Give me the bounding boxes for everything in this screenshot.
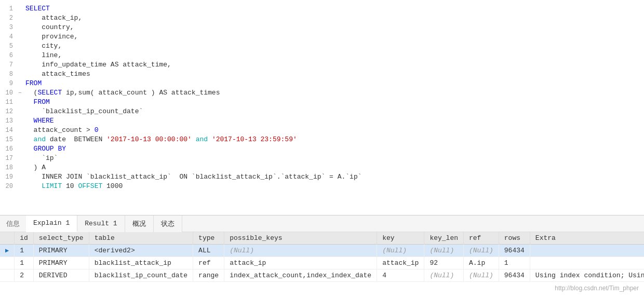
line-number: 13 (0, 116, 18, 126)
cell-possible_keys: index_attack_count,index_index_date (224, 269, 377, 282)
cell-type: ref (193, 257, 224, 269)
column-header: key_len (424, 232, 464, 245)
line-content: `blacklist_ip_count_date` (25, 107, 644, 116)
line-number: 2 (0, 14, 18, 23)
line-number: 14 (0, 126, 18, 135)
column-header (0, 232, 15, 245)
code-line: 19 INNER JOIN `blacklist_attack_ip` ON `… (0, 172, 644, 182)
column-header: select_type (33, 232, 89, 245)
column-header: rows (499, 232, 530, 245)
cell-indicator: ▶ (0, 245, 15, 257)
cell-select_type: DERIVED (33, 269, 89, 282)
line-number: 1 (0, 4, 18, 14)
cell-ref: (Null) (464, 245, 499, 257)
line-content: GROUP BY (25, 144, 644, 154)
table-row[interactable]: ▶1PRIMARY<derived2>ALL(Null)(Null)(Null)… (0, 245, 644, 257)
line-number: 7 (0, 60, 18, 70)
cell-table: blacklist_attack_ip (89, 257, 193, 269)
cell-extra (530, 257, 644, 269)
results-table-container: idselect_typetabletypepossible_keyskeyke… (0, 232, 644, 297)
line-number: 10 (0, 88, 18, 98)
code-line: 4 province, (0, 32, 644, 42)
column-header: id (15, 232, 34, 245)
line-content: province, (25, 32, 644, 42)
cell-table: blacklist_ip_count_date (89, 269, 193, 282)
cell-type: ALL (193, 245, 224, 257)
code-line: 8 attack_times (0, 70, 644, 79)
line-content: attack_times (25, 70, 644, 79)
line-content: info_update_time AS attack_time, (25, 60, 644, 70)
cell-select_type: PRIMARY (33, 257, 89, 269)
line-content: FROM (25, 98, 644, 107)
code-line: 13 WHERE (0, 116, 644, 126)
line-number: 11 (0, 98, 18, 107)
table-row[interactable]: 1PRIMARYblacklist_attack_iprefattack_ipa… (0, 257, 644, 269)
cell-indicator (0, 269, 15, 282)
line-content: WHERE (25, 116, 644, 126)
cell-ref: (Null) (464, 269, 499, 282)
watermark: http://blog.csdn.net/Tim_phper (555, 285, 639, 292)
tab-explain-1[interactable]: Explain 1 (26, 215, 77, 232)
column-header: type (193, 232, 224, 245)
tab-概况[interactable]: 概况 (125, 215, 154, 232)
line-content: INNER JOIN `blacklist_attack_ip` ON `bla… (25, 172, 644, 182)
line-number: 5 (0, 42, 18, 51)
code-line: 18 ) A (0, 163, 644, 172)
line-number: 19 (0, 172, 18, 182)
column-header: table (89, 232, 193, 245)
tab-result-1[interactable]: Result 1 (77, 215, 125, 232)
line-number: 20 (0, 182, 18, 191)
line-content: ) A (25, 163, 644, 172)
cell-key: (Null) (377, 245, 424, 257)
code-line: 14 attack_count > 0 (0, 126, 644, 135)
line-number: 12 (0, 107, 18, 116)
line-number: 16 (0, 144, 18, 154)
fold-icon[interactable]: − (18, 88, 25, 98)
tab-info[interactable]: 信息 (0, 216, 26, 232)
line-number: 3 (0, 23, 18, 32)
line-content: and date BETWEEN '2017-10-13 00:00:00' a… (25, 135, 644, 144)
line-content: (SELECT ip,sum( attack_count ) AS attack… (25, 88, 644, 98)
code-line: 9FROM (0, 79, 644, 88)
code-line: 17 `ip` (0, 154, 644, 163)
line-number: 17 (0, 154, 18, 163)
column-header: Extra (530, 232, 644, 245)
code-line: 2 attack_ip, (0, 14, 644, 23)
cell-key_len: (Null) (424, 245, 464, 257)
cell-key_len: 92 (424, 257, 464, 269)
column-header: possible_keys (224, 232, 377, 245)
cell-ref: A.ip (464, 257, 499, 269)
cell-possible_keys: (Null) (224, 245, 377, 257)
tab-状态[interactable]: 状态 (154, 215, 182, 232)
bottom-tabs-bar: 信息Explain 1Result 1概况状态 (0, 215, 644, 232)
line-number: 8 (0, 70, 18, 79)
line-content: country, (25, 23, 644, 32)
cell-key: attack_ip (377, 257, 424, 269)
code-line: 5 city, (0, 42, 644, 51)
cell-possible_keys: attack_ip (224, 257, 377, 269)
cell-id: 2 (15, 269, 34, 282)
code-line: 11 FROM (0, 98, 644, 107)
code-line: 12 `blacklist_ip_count_date` (0, 107, 644, 116)
cell-extra: Using index condition; Using where; Usin… (530, 269, 644, 282)
line-content: `ip` (25, 154, 644, 163)
table-row[interactable]: 2DERIVEDblacklist_ip_count_daterangeinde… (0, 269, 644, 282)
column-header: ref (464, 232, 499, 245)
cell-type: range (193, 269, 224, 282)
cell-indicator (0, 257, 15, 269)
code-line: 7 info_update_time AS attack_time, (0, 60, 644, 70)
cell-rows: 1 (499, 257, 530, 269)
code-editor: 1SELECT2 attack_ip,3 country,4 province,… (0, 0, 644, 215)
cell-id: 1 (15, 245, 34, 257)
line-number: 9 (0, 79, 18, 88)
cell-key_len: (Null) (424, 269, 464, 282)
line-content: city, (25, 42, 644, 51)
code-line: 16 GROUP BY (0, 144, 644, 154)
line-content: LIMIT 10 OFFSET 1000 (25, 182, 644, 191)
line-content: line, (25, 51, 644, 60)
column-header: key (377, 232, 424, 245)
code-line: 1SELECT (0, 4, 644, 14)
line-number: 15 (0, 135, 18, 144)
cell-table: <derived2> (89, 245, 193, 257)
cell-rows: 96434 (499, 269, 530, 282)
